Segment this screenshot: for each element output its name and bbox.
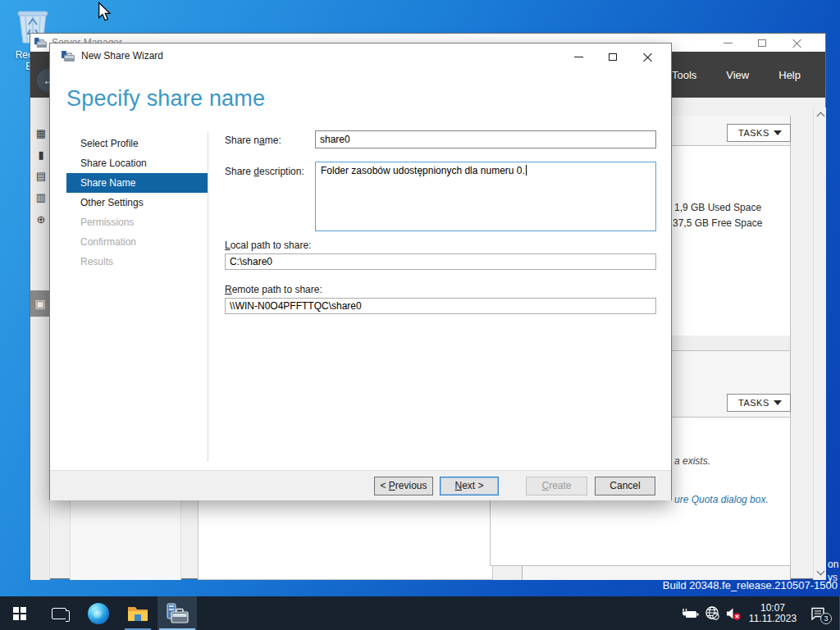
close-button[interactable] — [630, 46, 664, 67]
quota-tasks-button[interactable]: TASKS — [727, 394, 791, 412]
minimize-button[interactable] — [561, 46, 596, 67]
wizard-titlebar: New Share Wizard — [50, 43, 671, 68]
file-explorer-taskbar-button[interactable] — [118, 596, 158, 630]
task-view-icon — [52, 608, 66, 619]
file-storage-services-icon[interactable]: ▥ — [34, 189, 48, 204]
close-button[interactable] — [779, 34, 814, 52]
cancel-button[interactable]: Cancel — [595, 477, 655, 495]
share-description-label: Share description: — [225, 166, 304, 177]
server-manager-icon — [165, 603, 189, 624]
server-manager-nav-strip: ▦ ▮ ▤ ▥ ⊕ ▣ — [30, 98, 50, 580]
scroll-up-icon[interactable] — [817, 111, 824, 117]
windows-logo-icon — [13, 607, 26, 620]
used-space-text: 1,9 GB Used Space — [674, 202, 761, 213]
nav-divider — [208, 132, 208, 462]
dashboard-icon[interactable]: ▦ — [34, 126, 48, 140]
step-share-location[interactable]: Share Location — [66, 153, 208, 173]
power-battery-icon[interactable] — [680, 596, 701, 630]
shares-nav-item-selected[interactable]: ▣ — [30, 290, 50, 317]
minimize-icon — [574, 57, 583, 57]
previous-button[interactable]: < Previous — [374, 477, 433, 495]
share-name-input[interactable] — [315, 130, 656, 148]
share-description-input[interactable]: Folder zasobów udostępnionych dla numeru… — [315, 162, 656, 231]
local-path-label: Local path to share: — [225, 240, 311, 251]
remote-path-label: Remote path to share: — [225, 284, 322, 295]
text-caret — [526, 165, 527, 176]
step-confirmation: Confirmation — [66, 232, 208, 252]
start-button[interactable] — [0, 596, 39, 630]
maximize-button[interactable] — [745, 34, 779, 52]
wizard-footer: < Previous Next > Create Cancel — [50, 470, 671, 500]
new-share-wizard-dialog: New Share Wizard Specify share name Sele… — [49, 43, 672, 500]
maximize-icon — [609, 53, 617, 61]
tasks-label: TASKS — [738, 128, 769, 138]
wizard-title: New Share Wizard — [81, 50, 163, 62]
chevron-down-icon — [774, 130, 782, 135]
network-globe-offline-icon[interactable] — [701, 596, 723, 630]
next-button[interactable]: Next > — [440, 477, 499, 495]
taskbar-clock[interactable]: 10:07 11.11.2023 — [744, 603, 801, 624]
local-server-icon[interactable]: ▮ — [34, 147, 48, 162]
chevron-down-icon — [774, 400, 782, 405]
step-results: Results — [66, 252, 208, 272]
step-select-profile[interactable]: Select Profile — [66, 134, 208, 153]
taskbar: 10:07 11.11.2023 3 — [0, 596, 840, 630]
free-space-text: 37,5 GB Free Space — [673, 217, 762, 229]
volume-muted-icon[interactable] — [723, 596, 744, 630]
edge-taskbar-button[interactable] — [79, 596, 118, 630]
all-servers-icon[interactable]: ▤ — [34, 168, 48, 183]
scroll-down-icon[interactable] — [817, 568, 824, 575]
clock-time: 10:07 — [744, 603, 801, 614]
menu-tools[interactable]: Tools — [672, 69, 696, 81]
system-tray: 10:07 11.11.2023 3 — [680, 596, 840, 630]
task-view-button[interactable] — [39, 596, 79, 630]
notification-count-badge: 3 — [820, 613, 832, 624]
tasks-label: TASKS — [738, 398, 769, 408]
watermark-fragment: on — [828, 559, 838, 570]
file-explorer-icon — [127, 605, 148, 622]
mouse-cursor — [97, 2, 112, 21]
edge-icon — [88, 603, 109, 624]
share-name-label: Share name: — [225, 135, 281, 146]
menu-view[interactable]: View — [726, 69, 749, 81]
quota-dialog-link-text[interactable]: ure Quota dialog box. — [674, 494, 769, 505]
network-icon[interactable]: ⊕ — [34, 212, 48, 226]
local-path-input[interactable] — [225, 253, 656, 270]
shares-icon: ▣ — [30, 290, 50, 317]
minimize-icon — [724, 43, 733, 43]
notification-center-button[interactable]: 3 — [801, 596, 834, 630]
close-icon — [792, 39, 801, 48]
step-permissions: Permissions — [66, 212, 208, 232]
page-title: Specify share name — [66, 86, 265, 112]
build-watermark: Build 20348.fe_release.210507-1500 — [663, 579, 838, 591]
clock-date: 11.11.2023 — [744, 614, 801, 624]
volumes-tasks-button[interactable]: TASKS — [727, 124, 791, 142]
maximize-button[interactable] — [596, 46, 630, 67]
server-manager-taskbar-button[interactable] — [158, 596, 197, 630]
create-button: Create — [526, 477, 587, 495]
vertical-scrollbar[interactable] — [813, 107, 826, 580]
server-manager-icon — [34, 37, 47, 48]
quota-status-text: a exists. — [674, 455, 710, 467]
remote-path-input[interactable] — [225, 298, 656, 314]
menu-help[interactable]: Help — [778, 69, 801, 81]
close-icon — [643, 52, 652, 62]
minimize-button[interactable] — [710, 34, 745, 52]
maximize-icon — [758, 39, 766, 47]
share-description-value: Folder zasobów udostępnionych dla numeru… — [321, 165, 525, 176]
wizard-steps-nav: Select Profile Share Location Share Name… — [66, 134, 208, 272]
step-share-name[interactable]: Share Name — [66, 173, 208, 193]
step-other-settings[interactable]: Other Settings — [66, 193, 208, 212]
share-wizard-icon — [62, 50, 75, 62]
desktop: on ys Build 20348.fe_release.210507-1500… — [0, 0, 840, 630]
